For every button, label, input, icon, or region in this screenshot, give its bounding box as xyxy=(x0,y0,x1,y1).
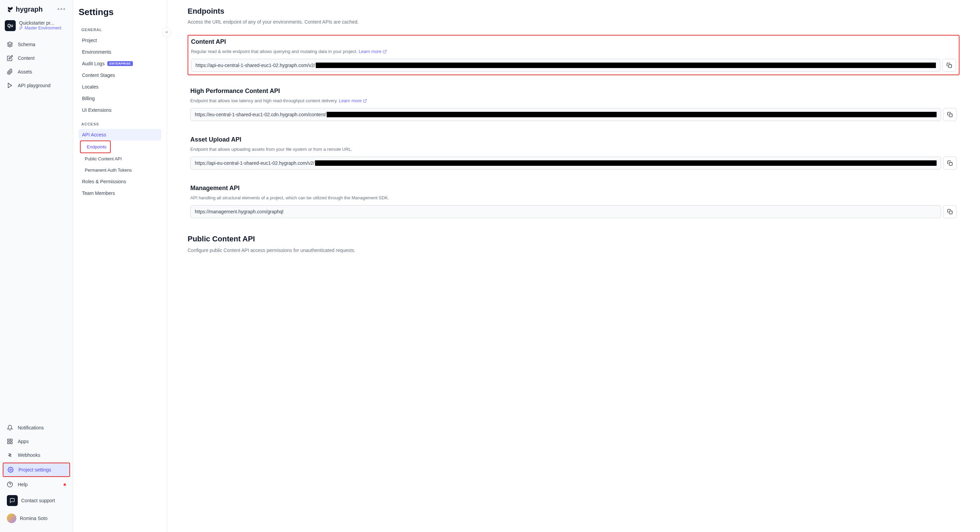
mgmt-api-url-field[interactable]: https://management.hygraph.com/graphql xyxy=(190,205,941,218)
svg-line-9 xyxy=(384,50,387,52)
settings-content-stages[interactable]: Content Stages xyxy=(79,69,161,81)
copy-icon xyxy=(947,209,953,214)
settings-project[interactable]: Project xyxy=(79,35,161,46)
settings-environments[interactable]: Environments xyxy=(79,46,161,58)
mgmt-api-title: Management API xyxy=(190,185,957,192)
collapse-button[interactable] xyxy=(162,27,172,37)
svg-rect-3 xyxy=(11,439,12,441)
nav-webhooks[interactable]: Webhooks xyxy=(3,449,70,462)
svg-point-6 xyxy=(10,469,12,471)
public-content-api-desc: Configure public Content API access perm… xyxy=(188,247,959,253)
chat-icon xyxy=(10,498,15,503)
edit-icon xyxy=(7,55,13,61)
asset-api-block: Asset Upload API Endpoint that allows up… xyxy=(188,133,959,172)
settings-title: Settings xyxy=(79,7,161,18)
hp-api-url-field[interactable]: https://eu-central-1-shared-euc1-02.cdn.… xyxy=(190,108,941,121)
play-icon xyxy=(7,83,13,89)
settings-sidebar: Settings GENERAL Project Environments Au… xyxy=(73,0,167,532)
nav-top-section: Schema Content Assets API playground xyxy=(0,38,73,92)
copy-icon xyxy=(947,160,953,166)
asset-api-url-field[interactable]: https://api-eu-central-1-shared-euc1-02.… xyxy=(190,156,941,170)
more-menu-icon[interactable]: ••• xyxy=(57,6,66,13)
hygraph-logo-icon xyxy=(7,6,14,13)
settings-permanent-auth-tokens[interactable]: Permanent Auth Tokens xyxy=(79,164,161,176)
avatar xyxy=(7,513,16,523)
hp-api-learn-more-link[interactable]: Learn more xyxy=(339,98,367,103)
svg-rect-13 xyxy=(949,162,952,166)
content-api-desc: Regular read & write endpoint that allow… xyxy=(191,49,956,54)
nav-notifications[interactable]: Notifications xyxy=(3,421,70,434)
hp-api-desc: Endpoint that allows low latency and hig… xyxy=(190,98,957,103)
nav-bottom-section: Notifications Apps Webhooks Project sett… xyxy=(0,421,73,527)
content-api-block: Content API Regular read & write endpoin… xyxy=(188,35,959,75)
logo-row: hygraph ••• xyxy=(0,5,73,20)
content-api-learn-more-link[interactable]: Learn more xyxy=(359,49,387,54)
nav-schema[interactable]: Schema xyxy=(3,38,70,51)
content-api-url-field[interactable]: https://api-eu-central-1-shared-euc1-02.… xyxy=(191,59,940,72)
settings-ui-extensions[interactable]: UI Extensions xyxy=(79,104,161,116)
help-icon xyxy=(7,481,13,487)
svg-rect-5 xyxy=(8,442,9,444)
svg-rect-12 xyxy=(949,114,952,117)
endpoints-heading: Endpoints xyxy=(188,7,959,16)
copy-icon xyxy=(947,62,952,68)
asset-api-desc: Endpoint that allows uploading assets fr… xyxy=(190,147,957,152)
main-content: Endpoints Access the URL endpoint of any… xyxy=(167,0,980,532)
external-link-icon xyxy=(363,99,367,103)
content-api-title: Content API xyxy=(191,38,956,45)
copy-button[interactable] xyxy=(943,156,957,170)
mgmt-api-desc: API handling all structural elements of … xyxy=(190,195,957,200)
nav-assets[interactable]: Assets xyxy=(3,65,70,78)
redacted-segment xyxy=(315,160,937,166)
redacted-segment xyxy=(316,62,936,68)
external-link-icon xyxy=(383,49,387,54)
settings-audit-logs[interactable]: Audit Logs ENTERPRISE xyxy=(79,58,161,69)
settings-team-members[interactable]: Team Members xyxy=(79,187,161,199)
copy-icon xyxy=(947,112,953,117)
nav-api-playground[interactable]: API playground xyxy=(3,79,70,92)
public-content-api-title: Public Content API xyxy=(188,234,959,244)
copy-button[interactable] xyxy=(943,205,957,218)
settings-api-access[interactable]: API Access xyxy=(79,129,161,140)
project-name: Quickstarter pr... xyxy=(19,20,61,25)
hp-api-block: High Performance Content API Endpoint th… xyxy=(188,85,959,124)
svg-line-11 xyxy=(364,99,367,101)
svg-rect-10 xyxy=(948,65,951,68)
svg-marker-0 xyxy=(8,42,13,45)
nav-user-profile[interactable]: Romina Soto xyxy=(3,510,70,527)
layers-icon xyxy=(7,41,13,48)
svg-rect-14 xyxy=(949,211,952,214)
settings-endpoints[interactable]: Endpoints xyxy=(81,141,110,153)
svg-marker-1 xyxy=(8,83,12,88)
nav-contact-support[interactable]: Contact support xyxy=(3,492,70,510)
webhook-icon xyxy=(7,452,13,458)
copy-button[interactable] xyxy=(942,59,956,72)
logo-text: hygraph xyxy=(16,5,43,13)
paperclip-icon xyxy=(7,69,13,75)
hp-api-title: High Performance Content API xyxy=(190,88,957,95)
enterprise-badge: ENTERPRISE xyxy=(107,61,133,66)
settings-public-content-api[interactable]: Public Content API xyxy=(79,153,161,164)
mgmt-api-block: Management API API handling all structur… xyxy=(188,182,959,221)
nav-content[interactable]: Content xyxy=(3,52,70,65)
branch-icon xyxy=(19,26,23,30)
nav-apps[interactable]: Apps xyxy=(3,435,70,448)
settings-billing[interactable]: Billing xyxy=(79,92,161,104)
svg-rect-2 xyxy=(8,439,9,441)
settings-roles-permissions[interactable]: Roles & Permissions xyxy=(79,176,161,187)
asset-api-title: Asset Upload API xyxy=(190,136,957,143)
chevron-left-double-icon xyxy=(165,30,169,34)
project-badge: Qu xyxy=(5,20,16,31)
public-content-api-section: Public Content API Configure public Cont… xyxy=(188,234,959,253)
gear-icon xyxy=(8,467,14,473)
chat-icon-badge xyxy=(7,495,18,506)
notification-dot xyxy=(64,483,66,486)
logo[interactable]: hygraph xyxy=(7,5,43,13)
copy-button[interactable] xyxy=(943,108,957,121)
nav-help[interactable]: Help xyxy=(3,478,70,491)
grid-icon xyxy=(7,438,13,444)
environment-label[interactable]: Master Environment xyxy=(19,25,61,30)
project-selector[interactable]: Qu Quickstarter pr... Master Environment xyxy=(0,20,73,38)
nav-project-settings[interactable]: Project settings xyxy=(3,463,69,476)
settings-locales[interactable]: Locales xyxy=(79,81,161,92)
